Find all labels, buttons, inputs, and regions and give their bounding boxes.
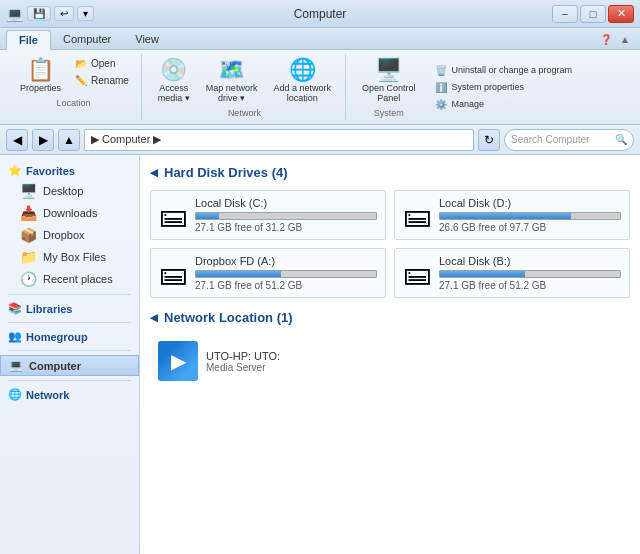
access-media-icon: 💿 xyxy=(160,59,187,81)
drive-grid: 🖴 Local Disk (C:) 27.1 GB free of 31.2 G… xyxy=(150,190,630,298)
map-network-label: Map networkdrive ▾ xyxy=(206,83,258,103)
app-icon: 💻 xyxy=(6,6,23,22)
hard-disk-title: Hard Disk Drives (4) xyxy=(164,165,288,180)
drive-c[interactable]: 🖴 Local Disk (C:) 27.1 GB free of 31.2 G… xyxy=(150,190,386,240)
drive-d[interactable]: 🖴 Local Disk (D:) 26.6 GB free of 97.7 G… xyxy=(394,190,630,240)
properties-icon: 📋 xyxy=(27,59,54,81)
title-bar: 💻 💾 ↩ ▾ Computer − □ ✕ xyxy=(0,0,640,28)
open-rename-group: 📂 Open ✏️ Rename xyxy=(71,56,133,88)
quick-save-btn[interactable]: 💾 xyxy=(27,6,51,21)
myboxfiles-icon: 📁 xyxy=(20,249,37,265)
drive-a[interactable]: 🖴 Dropbox FD (A:) 27.1 GB free of 51.2 G… xyxy=(150,248,386,298)
libraries-label: Libraries xyxy=(26,303,72,315)
search-placeholder: Search Computer xyxy=(511,134,615,145)
tab-file[interactable]: File xyxy=(6,30,51,50)
up-button[interactable]: ▲ xyxy=(58,129,80,151)
back-button[interactable]: ◀ xyxy=(6,129,28,151)
favorites-label: Favorites xyxy=(26,165,75,177)
network-name: UTO-HP: UTO: xyxy=(206,350,280,362)
open-button[interactable]: 📂 Open xyxy=(71,56,133,71)
sidebar-item-desktop[interactable]: 🖥️ Desktop xyxy=(0,180,139,202)
ribbon: 📋 Properties 📂 Open ✏️ Rename Location 💿… xyxy=(0,50,640,125)
drive-d-bar-bg xyxy=(439,212,621,220)
map-network-button[interactable]: 🗺️ Map networkdrive ▾ xyxy=(200,56,264,106)
drive-a-name: Dropbox FD (A:) xyxy=(195,255,377,267)
sidebar-header-favorites[interactable]: ⭐ Favorites xyxy=(0,161,139,180)
downloads-icon: 📥 xyxy=(20,205,37,221)
forward-button[interactable]: ▶ xyxy=(32,129,54,151)
properties-button[interactable]: 📋 Properties xyxy=(14,56,67,96)
sidebar-item-myboxfiles[interactable]: 📁 My Box Files xyxy=(0,246,139,268)
drive-b-bar-bg xyxy=(439,270,621,278)
sidebar-section-homegroup: 👥 Homegroup xyxy=(0,327,139,346)
drive-b[interactable]: 🖴 Local Disk (B:) 27.1 GB free of 51.2 G… xyxy=(394,248,630,298)
add-network-button[interactable]: 🌐 Add a networklocation xyxy=(267,56,337,106)
sidebar-section-favorites: ⭐ Favorites 🖥️ Desktop 📥 Downloads 📦 Dro… xyxy=(0,161,139,290)
close-button[interactable]: ✕ xyxy=(608,5,634,23)
minimize-button[interactable]: − xyxy=(552,5,578,23)
ribbon-group-network-content: 💿 Accessmedia ▾ 🗺️ Map networkdrive ▾ 🌐 … xyxy=(152,56,337,106)
drive-b-bar-fill xyxy=(440,271,525,277)
network-location-item[interactable]: ▶ UTO-HP: UTO: Media Server xyxy=(150,335,630,387)
open-label: Open xyxy=(91,58,115,69)
open-icon: 📂 xyxy=(75,58,87,69)
rename-button[interactable]: ✏️ Rename xyxy=(71,73,133,88)
ribbon-group-location: 📋 Properties 📂 Open ✏️ Rename Location xyxy=(6,54,142,120)
manage-button[interactable]: ⚙️ Manage xyxy=(431,97,576,112)
tab-view[interactable]: View xyxy=(123,30,171,49)
access-media-label: Accessmedia ▾ xyxy=(158,83,190,103)
hard-disk-section-header: Hard Disk Drives (4) xyxy=(150,165,630,182)
myboxfiles-label: My Box Files xyxy=(43,251,106,263)
downloads-label: Downloads xyxy=(43,207,97,219)
ribbon-tabs: File Computer View ❓ ▲ xyxy=(0,28,640,50)
title-bar-left: 💻 💾 ↩ ▾ xyxy=(6,6,94,22)
sidebar-item-recent[interactable]: 🕐 Recent places xyxy=(0,268,139,290)
sidebar-item-dropbox[interactable]: 📦 Dropbox xyxy=(0,224,139,246)
homegroup-label: Homegroup xyxy=(26,331,88,343)
sidebar-divider-1 xyxy=(8,294,131,295)
sidebar-divider-2 xyxy=(8,322,131,323)
drive-d-bar-fill xyxy=(440,213,571,219)
add-network-icon: 🌐 xyxy=(289,59,316,81)
control-panel-label: Open ControlPanel xyxy=(362,83,416,103)
window-controls: − □ ✕ xyxy=(552,5,634,23)
sidebar: ⭐ Favorites 🖥️ Desktop 📥 Downloads 📦 Dro… xyxy=(0,155,140,554)
sidebar-section-libraries: 📚 Libraries xyxy=(0,299,139,318)
maximize-button[interactable]: □ xyxy=(580,5,606,23)
ribbon-minimize-icon[interactable]: ▲ xyxy=(616,30,634,49)
homegroup-icon: 👥 xyxy=(8,330,22,343)
search-box[interactable]: Search Computer 🔍 xyxy=(504,129,634,151)
drive-c-info: Local Disk (C:) 27.1 GB free of 31.2 GB xyxy=(195,197,377,233)
main-area: ⭐ Favorites 🖥️ Desktop 📥 Downloads 📦 Dro… xyxy=(0,155,640,554)
content-area: Hard Disk Drives (4) 🖴 Local Disk (C:) 2… xyxy=(140,155,640,554)
sidebar-header-libraries[interactable]: 📚 Libraries xyxy=(0,299,139,318)
sidebar-divider-3 xyxy=(8,350,131,351)
network-title: Network Location (1) xyxy=(164,310,293,325)
drive-c-bar-fill xyxy=(196,213,219,219)
sidebar-header-computer[interactable]: 💻 Computer xyxy=(0,355,139,376)
manage-label: Manage xyxy=(451,99,484,109)
sidebar-item-downloads[interactable]: 📥 Downloads xyxy=(0,202,139,224)
access-media-button[interactable]: 💿 Accessmedia ▾ xyxy=(152,56,196,106)
system-properties-button[interactable]: ℹ️ System properties xyxy=(431,80,576,95)
tab-computer[interactable]: Computer xyxy=(51,30,123,49)
uninstall-button[interactable]: 🗑️ Uninstall or change a program xyxy=(431,63,576,78)
control-panel-btn-wrap: 🖥️ Open ControlPanel System xyxy=(356,56,422,118)
network-section-header: Network Location (1) xyxy=(150,310,630,327)
sidebar-header-network[interactable]: 🌐 Network xyxy=(0,385,139,404)
dropbox-icon: 📦 xyxy=(20,227,37,243)
open-control-panel-button[interactable]: 🖥️ Open ControlPanel xyxy=(356,56,422,106)
quick-undo-btn[interactable]: ↩ xyxy=(54,6,74,21)
drive-d-icon: 🖴 xyxy=(403,199,431,232)
drive-d-name: Local Disk (D:) xyxy=(439,197,621,209)
drive-d-free: 26.6 GB free of 97.7 GB xyxy=(439,222,621,233)
network-info: UTO-HP: UTO: Media Server xyxy=(206,350,280,373)
help-icon[interactable]: ❓ xyxy=(596,30,616,49)
refresh-button[interactable]: ↻ xyxy=(478,129,500,151)
favorites-icon: ⭐ xyxy=(8,164,22,177)
map-network-icon: 🗺️ xyxy=(218,59,245,81)
ribbon-group-network: 💿 Accessmedia ▾ 🗺️ Map networkdrive ▾ 🌐 … xyxy=(144,54,346,120)
address-path[interactable]: ▶ Computer ▶ xyxy=(84,129,474,151)
quick-dropdown-btn[interactable]: ▾ xyxy=(77,6,94,21)
sidebar-header-homegroup[interactable]: 👥 Homegroup xyxy=(0,327,139,346)
